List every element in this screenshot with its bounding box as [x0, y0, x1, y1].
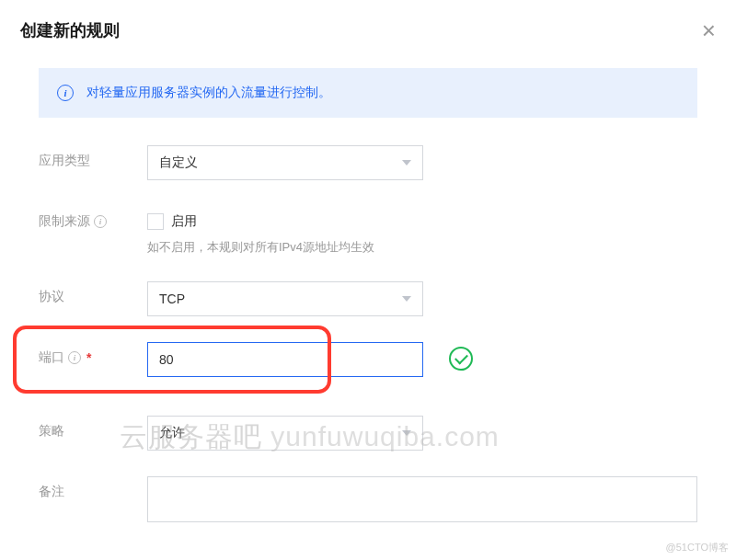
row-protocol: 协议 TCP [39, 281, 697, 316]
dialog-title: 创建新的规则 [20, 19, 120, 41]
select-policy[interactable]: 允许 [147, 416, 423, 451]
select-policy-value: 允许 [159, 425, 185, 441]
select-app-type-value: 自定义 [159, 154, 198, 171]
footer-watermark: @51CTO博客 [666, 541, 729, 554]
chevron-down-icon [402, 296, 411, 302]
help-icon[interactable]: i [94, 215, 107, 228]
label-policy: 策略 [39, 416, 147, 440]
row-policy: 策略 允许 [39, 416, 697, 451]
label-protocol: 协议 [39, 281, 147, 305]
info-icon: i [57, 85, 74, 101]
required-mark: * [86, 350, 91, 365]
port-input[interactable] [147, 342, 423, 377]
restrict-hint: 如不启用，本规则对所有IPv4源地址均生效 [147, 239, 423, 256]
label-port: 端口 i * [39, 342, 147, 366]
close-icon[interactable]: × [702, 18, 716, 42]
enable-checkbox[interactable] [147, 213, 164, 230]
label-app-type: 应用类型 [39, 145, 147, 169]
select-protocol[interactable]: TCP [147, 281, 423, 316]
info-text: 对轻量应用服务器实例的入流量进行控制。 [86, 85, 331, 101]
row-restrict-source: 限制来源 i 启用 如不启用，本规则对所有IPv4源地址均生效 [39, 206, 697, 256]
label-restrict-source: 限制来源 i [39, 206, 147, 230]
label-remark: 备注 [39, 476, 147, 500]
row-app-type: 应用类型 自定义 [39, 145, 697, 180]
info-banner: i 对轻量应用服务器实例的入流量进行控制。 [39, 68, 697, 118]
remark-textarea[interactable] [147, 476, 697, 522]
dialog-header: 创建新的规则 × [20, 18, 716, 42]
row-remark: 备注 [39, 476, 697, 525]
row-port: 端口 i * [39, 342, 697, 377]
chevron-down-icon [402, 160, 411, 166]
select-app-type[interactable]: 自定义 [147, 145, 423, 180]
enable-label: 启用 [171, 213, 197, 230]
chevron-down-icon [402, 430, 411, 436]
select-protocol-value: TCP [159, 291, 185, 306]
help-icon[interactable]: i [68, 351, 81, 364]
check-circle-icon [449, 347, 473, 371]
